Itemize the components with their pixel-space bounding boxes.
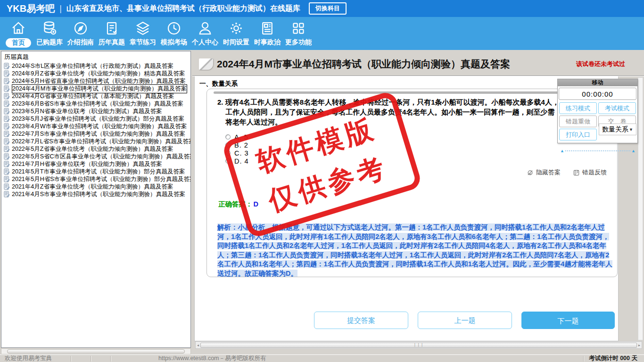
past-paper-title: 2022年7月S市事业单位招聘考试（职业能力倾向测验）真题及答案 [12, 130, 185, 138]
past-paper-title: 2023年5月N省事业单位联考（职业能力测试）真题及答案 [12, 107, 162, 115]
paper-doc-icon [4, 108, 10, 115]
main-horizontal-scrollbar[interactable]: ◂ ❘❘❘ ▸ [195, 341, 642, 349]
paper-doc-icon [4, 100, 10, 107]
layers-icon [134, 20, 151, 37]
past-paper-list-item[interactable]: 2022年5月S省C市区县事业单位考试（职业能力倾向测验）真题及答案 [1, 153, 190, 160]
past-paper-list-item[interactable]: 2021年5月H省S市事业单位招聘考试（职业能力测验）部分真题及答案 [1, 175, 190, 183]
past-paper-title: 2021年5月T市事业单位招聘考试（职业能力测验）部分真题及答案 [12, 168, 185, 176]
scrollbar-thumb[interactable]: ❘❘❘ [200, 343, 637, 348]
grid-icon [290, 20, 307, 37]
option-row[interactable]: C. 3 [225, 149, 617, 157]
option-radio[interactable] [225, 158, 231, 164]
panel-button[interactable]: 练习模式 [559, 102, 597, 114]
panel-drag-handle[interactable]: 移动 [558, 79, 637, 86]
past-paper-list-item[interactable]: 2023年6月B省S市事业单位招聘考试（职业能力测验）真题及答案 [1, 100, 190, 107]
scrollbar-thumb[interactable] [7, 349, 185, 354]
toolbar-item-guide[interactable]: 介绍指南 [65, 17, 96, 47]
option-label: A. 5 [234, 133, 248, 141]
option-radio[interactable] [225, 150, 231, 156]
past-paper-list-item[interactable]: 2024年4月M市事业单位招聘考试（职业能力倾向测验）真题及答案 [1, 85, 190, 92]
previous-question-button[interactable]: 上一题 [418, 312, 512, 329]
sidebar-header: 历届真题 [1, 51, 190, 62]
past-paper-list-item[interactable]: 2023年5月J省事业单位招聘考试（职业能力测试）部分真题及答案 [1, 115, 190, 123]
app-logo: YKB易考吧 [7, 2, 55, 15]
submit-answer-button[interactable]: 提交答案 [314, 312, 408, 329]
panel-button[interactable]: 打印入口 [559, 129, 597, 140]
paper-doc-icon [4, 78, 10, 84]
statusbar-divider [110, 356, 111, 362]
past-papers-list: 2024年S市L区事业单位招聘考试（行政能力测试）真题及答案 2024年9月Z省… [1, 62, 190, 198]
paper-doc-icon [4, 168, 10, 175]
past-paper-list-item[interactable]: 2023年5月N省事业单位联考（职业能力测试）真题及答案 [1, 107, 190, 115]
hide-answer-button[interactable]: 隐藏答案 [527, 168, 561, 177]
toolbar-item-purchased[interactable]: 已购题库 [34, 17, 65, 47]
past-paper-list-item[interactable]: 2022年5月Z省事业单位统考（职业能力倾向测验）真题及答案 [1, 145, 190, 153]
past-paper-list-item[interactable]: 2023年4月W市事业单位招聘考试（职业能力倾向测验）真题及答案 [1, 123, 190, 130]
past-paper-title: 2021年5月H省S市事业单位招聘考试（职业能力测验）部分真题及答案 [12, 175, 191, 183]
dotted-line [565, 150, 630, 151]
option-radio[interactable] [225, 142, 231, 148]
panel-button[interactable]: 考试模式 [598, 102, 636, 114]
panel-resize-strip[interactable]: ▲ ▲ [559, 148, 636, 154]
past-paper-title: 2023年4月W市事业单位招聘考试（职业能力倾向测验）真题及答案 [12, 123, 187, 131]
option-radio[interactable] [225, 134, 231, 140]
toolbar-item-more[interactable]: 更多功能 [283, 17, 314, 47]
logo-divider: | [59, 4, 62, 14]
toolbar-item-label: 时事政治 [254, 38, 281, 47]
toolbar-item-time-settings[interactable]: 时间设置 [221, 17, 252, 47]
toolbar-item-profile[interactable]: 个人中心 [190, 17, 221, 47]
feedback-label: 错题反馈 [582, 168, 607, 177]
paper-doc-icon [4, 176, 10, 182]
past-paper-title: 2022年5月Z省事业单位统考（职业能力倾向测验）真题及答案 [12, 145, 173, 153]
toolbar-item-label: 历年真题 [99, 38, 125, 47]
question-card: 2.现有4名工作人员需要将8名老年人转移，途中将经过一条河，只有1条小船可以渡河… [206, 89, 618, 277]
sidebar-horizontal-scrollbar[interactable] [1, 348, 191, 354]
past-paper-list-item[interactable]: 2021年7月H省事业单位联考（职业能力测验）真题及答案 [1, 160, 190, 168]
section-title: 一、数量关系 [195, 76, 618, 88]
toolbar-item-home[interactable]: 首页 [3, 17, 34, 48]
paper-doc-icon [4, 138, 10, 145]
toolbar-item-mock-exam[interactable]: 模拟考场 [158, 17, 190, 47]
toolbar-item-current-affairs[interactable]: 时事政治 [252, 17, 283, 47]
statusbar-divider [91, 356, 91, 362]
panel-buttons: 练习模式 考试模式 错题重做 交 卷 打印入口 [558, 101, 637, 143]
past-paper-title: 2021年4月S市事业单位招聘考试（职业能力倾向测验）真题及答案 [12, 190, 185, 198]
panel-button[interactable]: 错题重做 [559, 115, 597, 127]
paper-doc-icon [4, 183, 10, 190]
wrong-question-feedback-button[interactable]: 错题反馈 [573, 168, 607, 177]
compass-icon [72, 20, 89, 37]
main-toolbar: 首页 已购题库 介绍指南 历年真题 章节练习 模拟考场 个人中心 时间设置 [0, 17, 644, 50]
main-vertical-scrollbar[interactable] [638, 77, 643, 340]
toolbar-item-past-papers[interactable]: 历年真题 [96, 17, 127, 47]
question-content-panel: 一、数量关系 2.现有4名工作人员需要将8名老年人转移，途中将经过一条河，只有1… [194, 76, 619, 341]
paper-doc-icon [4, 70, 10, 77]
option-label: D. 4 [234, 157, 249, 165]
scrollbar-grip: ❘❘❘ [413, 343, 424, 347]
past-paper-list-item[interactable]: 2024年9月Z省事业单位统考（职业能力倾向测验）精选真题及答案 [1, 70, 190, 77]
toolbar-item-label: 章节练习 [130, 38, 156, 47]
past-paper-list-item[interactable]: 2021年4月Z省事业单位统考（职业能力倾向测验）真题及答案 [1, 183, 190, 190]
chapter-select-dropdown[interactable]: 数量关系 ▼ [599, 123, 636, 135]
toolbar-item-chapter-practice[interactable]: 章节练习 [127, 17, 158, 47]
home-icon [10, 20, 27, 37]
scroll-right-arrow[interactable]: ▸ [637, 343, 642, 347]
past-paper-list-item[interactable]: 2024年4月G省事业单位招聘考试（基本能力测试）真题及答案 [1, 92, 190, 100]
switch-subject-button[interactable]: 切换科目 [309, 2, 347, 15]
past-paper-list-item[interactable]: 2024年S市L区事业单位招聘考试（行政能力测试）真题及答案 [1, 62, 190, 70]
option-row[interactable]: D. 4 [225, 157, 617, 165]
paper-title: 2024年4月M市事业单位招聘考试（职业能力倾向测验）真题及答案 [217, 58, 510, 71]
past-paper-list-item[interactable]: 2022年7月L省S市事业单位招聘考试（职业能力倾向测验）真题及答案 [1, 138, 190, 145]
welcome-text: 欢迎使用易考宝典 [5, 354, 52, 362]
paper-doc-icon [4, 146, 10, 152]
past-paper-list-item[interactable]: 2021年5月T市事业单位招聘考试（职业能力测验）部分真题及答案 [1, 168, 190, 175]
next-question-button[interactable]: 下一题 [521, 312, 615, 329]
past-paper-list-item[interactable]: 2022年7月S市事业单位招聘考试（职业能力倾向测验）真题及答案 [1, 130, 190, 138]
hide-answer-label: 隐藏答案 [536, 168, 561, 177]
past-paper-list-item[interactable]: 2021年4月S市事业单位招聘考试（职业能力倾向测验）真题及答案 [1, 190, 190, 198]
option-label: C. 3 [234, 149, 249, 157]
past-paper-title: 2023年5月J省事业单位招聘考试（职业能力测试）部分真题及答案 [12, 115, 184, 123]
explanation-paragraph: 解析：小易分析，根据题意，可通过以下方式送老人过河。第一趟：1名工作人员负责渡河… [217, 223, 616, 277]
exam-timer: 00:00:00 [559, 88, 636, 100]
scroll-left-arrow[interactable]: ◂ [196, 343, 200, 347]
top-title-bar: YKB易考吧 | 山东省直及地市、县事业单位招聘考试（行政职业能力测试）在线题库… [0, 0, 644, 17]
